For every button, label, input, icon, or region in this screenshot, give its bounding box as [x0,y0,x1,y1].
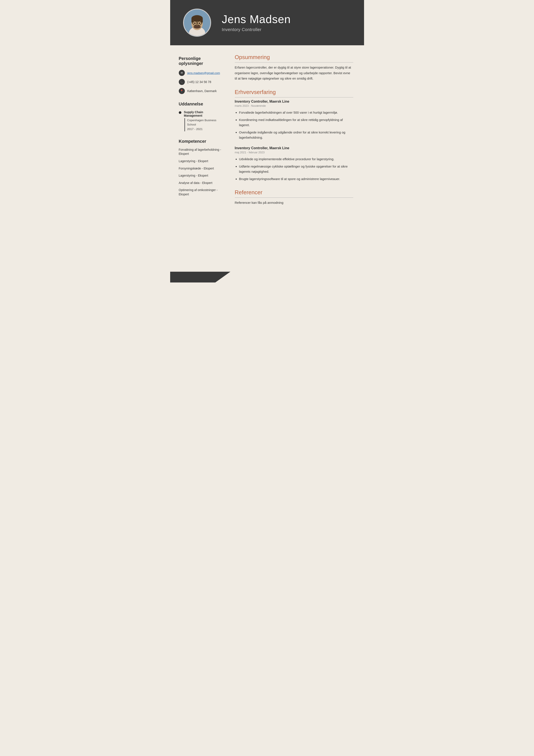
phone-icon: 📞 [179,79,185,85]
sidebar: Personlige oplysninger ✉ jens.madsen@gma… [170,50,228,222]
skill-item-0: Forvaltning af lagerbeholdning - Ekspert [179,148,222,156]
job-bullets-1: Udviklede og implementerede effektive pr… [235,156,353,181]
job-bullet-0-2: Overvågede indgående og udgående ordrer … [239,130,353,140]
job-bullet-1-1: Udførte regelmæssige cykliske optællinge… [239,164,353,174]
job-bullet-1-2: Brugte lagerstyringssoftware til at spor… [239,176,353,181]
experience-section: Erhvervserfaring Inventory Controller, M… [235,89,353,181]
education-item: Supply Chain Management Copenhagen Busin… [179,110,222,131]
references-title: Referencer [235,189,353,198]
avatar [183,9,211,37]
summary-section: Opsummering Erfaren lagercontroller, der… [235,54,353,81]
svg-point-13 [198,22,200,24]
header-text: Jens Madsen Inventory Controller [222,13,291,32]
job-item-1: Inventory Controller, Maersk Line maj 20… [235,146,353,181]
job-title-0: Inventory Controller, Maersk Line [235,100,353,103]
job-bullet-1-0: Udviklede og implementerede effektive pr… [239,156,353,162]
phone-value: (+45) 12 34 56 78 [188,80,211,84]
edu-school: Copenhagen Business School [187,119,216,126]
svg-point-12 [194,22,195,24]
skill-item-5: Optimering af omkostninger - Ekspert [179,188,222,197]
edu-content: Supply Chain Management Copenhagen Busin… [184,110,222,131]
education-section: Uddannelse Supply Chain Management Copen… [179,101,222,131]
edu-bullet-icon [179,111,181,114]
personal-info-title: Personlige oplysninger [179,56,222,66]
candidate-name: Jens Madsen [222,13,291,25]
job-bullet-0-0: Forvaltede lagerbeholdningen af over 500… [239,110,353,115]
phone-contact-item: 📞 (+45) 12 34 56 78 [179,79,222,85]
skills-title: Kompetencer [179,139,222,144]
header: Jens Madsen Inventory Controller [170,0,364,45]
main-content: Personlige oplysninger ✉ jens.madsen@gma… [170,45,364,222]
references-text: Referencer kan fås på anmodning [235,200,353,205]
email-icon: ✉ [179,70,185,76]
edu-degree: Supply Chain Management [184,110,222,117]
education-title: Uddannelse [179,101,222,107]
skills-section: Kompetencer Forvaltning af lagerbeholdni… [179,139,222,197]
job-bullets-0: Forvaltede lagerbeholdningen af over 500… [235,110,353,140]
edu-years: 2017 - 2021 [187,127,203,131]
svg-point-16 [194,25,199,27]
job-bullet-0-1: Koordinering med indkøbsafdelingen for a… [239,117,353,128]
job-date-0: marts 2023 - Nuværende [235,104,353,107]
right-content: Opsummering Erfaren lagercontroller, der… [228,50,364,222]
header-triangle-decoration [170,272,231,283]
job-date-1: maj 2021 - februar 2023 [235,151,353,154]
summary-text: Erfaren lagercontroller, der er dygtig t… [235,65,353,81]
skill-item-1: Lagerstyring - Ekspert [179,159,222,163]
skill-item-2: Forsyningskæde - Ekspert [179,167,222,171]
email-value: jens.madsen@gmail.com [188,71,220,75]
email-contact-item: ✉ jens.madsen@gmail.com [179,70,222,76]
location-contact-item: 📍 København, Danmark [179,88,222,94]
location-value: København, Danmark [188,89,217,93]
job-title-1: Inventory Controller, Maersk Line [235,146,353,150]
location-icon: 📍 [179,88,185,94]
resume-container: Jens Madsen Inventory Controller Personl… [170,0,364,274]
experience-title: Erhvervserfaring [235,89,353,97]
personal-info-section: Personlige oplysninger ✉ jens.madsen@gma… [179,56,222,94]
skill-item-3: Lagerstyring - Ekspert [179,174,222,178]
edu-school-years: Copenhagen Business School 2017 - 2021 [184,118,222,131]
candidate-title: Inventory Controller [222,27,291,32]
job-item-0: Inventory Controller, Maersk Line marts … [235,100,353,140]
skill-item-4: Analyse af data - Ekspert [179,181,222,185]
references-section: Referencer Referencer kan fås på anmodni… [235,189,353,205]
summary-title: Opsummering [235,54,353,63]
